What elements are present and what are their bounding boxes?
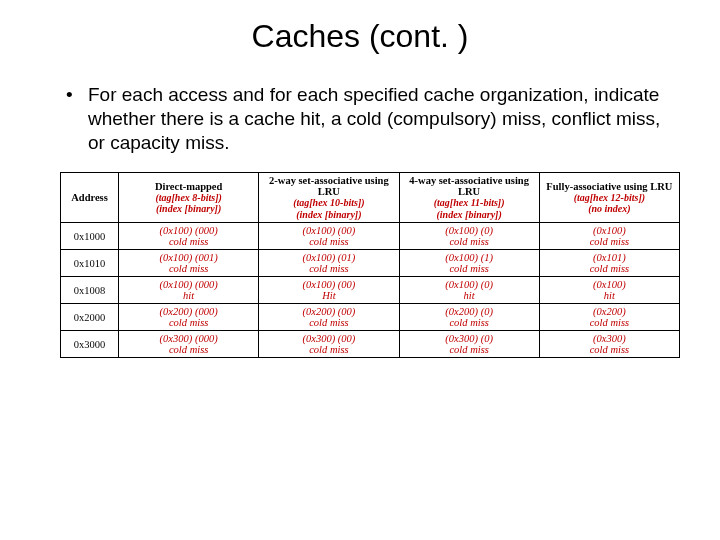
cell-tagidx: (0x200) (00) [264, 306, 393, 317]
cell-result: cold miss [264, 317, 393, 328]
hdr-fully-idx: (no index) [545, 203, 674, 215]
cell-c3: (0x300) (0)cold miss [399, 331, 539, 358]
cell-result: cold miss [405, 317, 534, 328]
bullet-text: For each access and for each specified c… [40, 83, 680, 154]
cell-tagidx: (0x100) (000) [124, 225, 253, 236]
table-row: 0x1000(0x100) (000)cold miss(0x100) (00)… [61, 223, 680, 250]
cell-tagidx: (0x300) (000) [124, 333, 253, 344]
hdr-2way-top: 2-way set-associative using LRU [264, 175, 393, 197]
cell-tagidx: (0x200) (000) [124, 306, 253, 317]
table-row: 0x1008(0x100) (000)hit(0x100) (00)Hit(0x… [61, 277, 680, 304]
cell-address: 0x1000 [61, 223, 119, 250]
cell-c4: (0x100)hit [539, 277, 679, 304]
cell-c2: (0x100) (00)cold miss [259, 223, 399, 250]
hdr-fully: Fully-associative using LRU (tag[hex 12-… [539, 173, 679, 223]
cell-tagidx: (0x100) (000) [124, 279, 253, 290]
cell-result: hit [545, 290, 674, 301]
table-row: 0x1010(0x100) (001)cold miss(0x100) (01)… [61, 250, 680, 277]
cell-tagidx: (0x300) [545, 333, 674, 344]
cell-c1: (0x100) (000)cold miss [119, 223, 259, 250]
hdr-direct: Direct-mapped (tag[hex 8-bits]) (index [… [119, 173, 259, 223]
cell-c2: (0x100) (01)cold miss [259, 250, 399, 277]
hdr-direct-tag: (tag[hex 8-bits]) [124, 192, 253, 204]
cell-tagidx: (0x100) (001) [124, 252, 253, 263]
table-header-row: Address Direct-mapped (tag[hex 8-bits]) … [61, 173, 680, 223]
hdr-4way: 4-way set-associative using LRU (tag[hex… [399, 173, 539, 223]
hdr-address: Address [61, 173, 119, 223]
cell-result: cold miss [545, 236, 674, 247]
cell-result: cold miss [405, 344, 534, 355]
hdr-direct-top: Direct-mapped [124, 181, 253, 192]
cell-address: 0x1008 [61, 277, 119, 304]
cell-result: cold miss [545, 344, 674, 355]
cell-result: cold miss [545, 317, 674, 328]
hdr-4way-top: 4-way set-associative using LRU [405, 175, 534, 197]
cell-c3: (0x100) (1)cold miss [399, 250, 539, 277]
cell-tagidx: (0x200) (0) [405, 306, 534, 317]
cell-c2: (0x200) (00)cold miss [259, 304, 399, 331]
cell-result: cold miss [264, 236, 393, 247]
cell-c1: (0x100) (001)cold miss [119, 250, 259, 277]
cell-address: 0x2000 [61, 304, 119, 331]
cell-tagidx: (0x100) (0) [405, 279, 534, 290]
hdr-fully-tag: (tag[hex 12-bits]) [545, 192, 674, 204]
slide-title: Caches (cont. ) [40, 18, 680, 55]
table-row: 0x2000(0x200) (000)cold miss(0x200) (00)… [61, 304, 680, 331]
hdr-2way: 2-way set-associative using LRU (tag[hex… [259, 173, 399, 223]
cell-c2: (0x300) (00)cold miss [259, 331, 399, 358]
cell-tagidx: (0x101) [545, 252, 674, 263]
cell-result: cold miss [405, 263, 534, 274]
cell-c3: (0x100) (0)hit [399, 277, 539, 304]
cell-tagidx: (0x100) (0) [405, 225, 534, 236]
cell-address: 0x1010 [61, 250, 119, 277]
cell-result: hit [124, 290, 253, 301]
cell-tagidx: (0x100) (01) [264, 252, 393, 263]
cell-tagidx: (0x100) (1) [405, 252, 534, 263]
cell-c1: (0x100) (000)hit [119, 277, 259, 304]
hdr-2way-tag: (tag[hex 10-bits]) [264, 197, 393, 209]
cell-c4: (0x300)cold miss [539, 331, 679, 358]
cell-tagidx: (0x300) (0) [405, 333, 534, 344]
hdr-4way-idx: (index [binary]) [405, 209, 534, 221]
cell-c3: (0x100) (0)cold miss [399, 223, 539, 250]
cell-result: cold miss [124, 344, 253, 355]
cell-c1: (0x300) (000)cold miss [119, 331, 259, 358]
cell-address: 0x3000 [61, 331, 119, 358]
cell-result: cold miss [405, 236, 534, 247]
cell-tagidx: (0x100) [545, 279, 674, 290]
cell-result: cold miss [124, 236, 253, 247]
cell-result: cold miss [264, 344, 393, 355]
cell-tagidx: (0x100) [545, 225, 674, 236]
cell-tagidx: (0x300) (00) [264, 333, 393, 344]
cell-result: cold miss [545, 263, 674, 274]
hdr-2way-idx: (index [binary]) [264, 209, 393, 221]
table-row: 0x3000(0x300) (000)cold miss(0x300) (00)… [61, 331, 680, 358]
cell-result: cold miss [124, 263, 253, 274]
cell-tagidx: (0x100) (00) [264, 225, 393, 236]
cell-tagidx: (0x200) [545, 306, 674, 317]
cache-table: Address Direct-mapped (tag[hex 8-bits]) … [60, 172, 680, 358]
hdr-fully-top: Fully-associative using LRU [545, 181, 674, 192]
cell-c4: (0x100)cold miss [539, 223, 679, 250]
hdr-4way-tag: (tag[hex 11-bits]) [405, 197, 534, 209]
cell-c2: (0x100) (00)Hit [259, 277, 399, 304]
cell-result: hit [405, 290, 534, 301]
hdr-direct-idx: (index [binary]) [124, 203, 253, 215]
cell-c4: (0x200)cold miss [539, 304, 679, 331]
cell-result: Hit [264, 290, 393, 301]
cell-result: cold miss [264, 263, 393, 274]
cell-c1: (0x200) (000)cold miss [119, 304, 259, 331]
cell-result: cold miss [124, 317, 253, 328]
hdr-address-label: Address [71, 192, 108, 203]
cell-tagidx: (0x100) (00) [264, 279, 393, 290]
cell-c3: (0x200) (0)cold miss [399, 304, 539, 331]
cell-c4: (0x101)cold miss [539, 250, 679, 277]
